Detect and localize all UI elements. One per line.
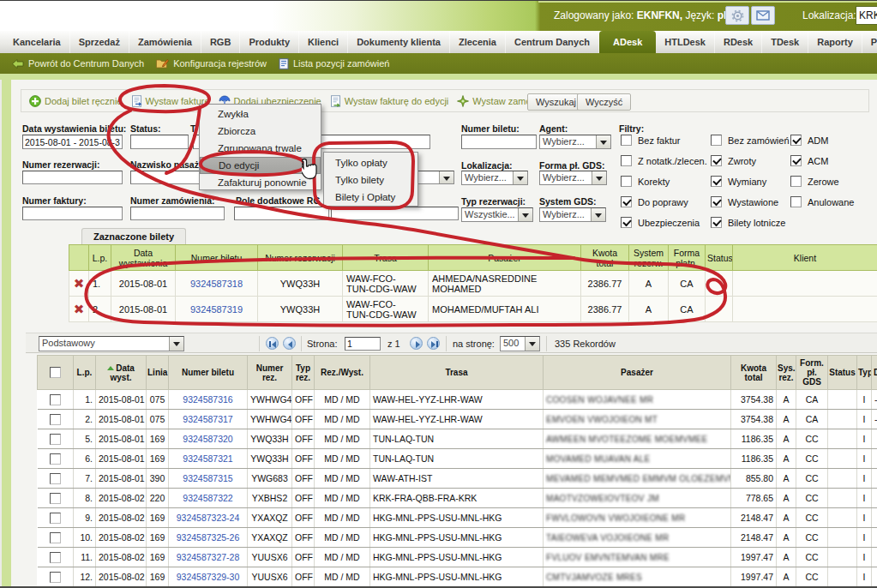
menu-tab[interactable]: Zamówienia	[129, 31, 201, 53]
context-submenu-item[interactable]: Tylko bilety	[324, 171, 417, 189]
menu-tab[interactable]: Dokumenty klienta	[348, 31, 450, 53]
status-input[interactable]	[130, 135, 189, 149]
row-checkbox[interactable]	[50, 453, 61, 465]
filter-checkbox[interactable]	[621, 135, 632, 146]
filter-checkbox[interactable]	[711, 135, 722, 146]
per-page-select[interactable]: 500	[500, 336, 540, 351]
col-date[interactable]: Data wyst.	[96, 356, 147, 390]
gds-system-select[interactable]: Wybierz...	[539, 207, 606, 222]
filter-checkbox[interactable]	[621, 217, 632, 228]
col-amount[interactable]: Kwota total	[731, 356, 777, 390]
selected-tickets-tab[interactable]: Zaznaczone bilety	[81, 228, 186, 244]
additional-field-input-2[interactable]	[331, 207, 459, 220]
order-number-input[interactable]	[130, 207, 225, 220]
ticket-number-link[interactable]: 9324587320	[183, 434, 232, 444]
menu-tab[interactable]: Zlecenia	[450, 31, 506, 53]
filter-checkbox[interactable]	[790, 176, 802, 187]
issue-invoice-for-edit-button[interactable]: Wystaw fakturę do edycji	[330, 95, 449, 107]
add-ticket-manually-button[interactable]: Dodaj bilet ręcznie	[29, 95, 123, 107]
first-page-button[interactable]	[266, 337, 279, 350]
issue-invoice-button[interactable]: Wystaw fakturę	[131, 95, 210, 107]
col-lp[interactable]: L.p.	[89, 245, 111, 271]
view-selector[interactable]: Podstawowy	[39, 336, 184, 351]
filter-checkbox[interactable]	[711, 196, 722, 207]
back-to-data-center[interactable]: Powrót do Centrum Danych	[12, 58, 144, 69]
filter-checkbox[interactable]	[621, 155, 632, 166]
menu-tab[interactable]: TDesk	[762, 31, 808, 53]
prev-page-button[interactable]	[283, 337, 296, 350]
col-typ-rez[interactable]: Typ rez.	[292, 356, 315, 390]
ticket-number-link[interactable]: 9324587319	[190, 304, 243, 315]
menu-tab[interactable]: Raporty	[808, 31, 862, 53]
col-status[interactable]: Status	[828, 356, 857, 390]
last-page-button[interactable]	[427, 337, 440, 350]
settings-button[interactable]	[725, 6, 749, 25]
clear-button[interactable]: Wyczyść	[577, 93, 631, 111]
col-typ[interactable]: Typ	[857, 356, 872, 390]
ticket-number-link[interactable]: 9324587321	[183, 453, 232, 464]
col-line[interactable]: Linia	[147, 356, 169, 390]
order-items-list[interactable]: Lista pozycji zamówień	[279, 58, 390, 69]
row-checkbox[interactable]	[50, 473, 61, 484]
filter-checkbox[interactable]	[711, 217, 722, 228]
menu-tab[interactable]: Pa	[862, 31, 877, 53]
col-d[interactable]: D	[872, 356, 877, 390]
row-checkbox[interactable]	[50, 394, 61, 405]
agent-select[interactable]: Wybierz...	[539, 135, 611, 149]
next-page-button[interactable]	[410, 337, 423, 350]
context-submenu-item[interactable]: Tylko opłaty	[324, 154, 417, 171]
menu-tab[interactable]: Produkty	[240, 31, 299, 53]
filter-checkbox[interactable]	[711, 155, 722, 166]
col-ticket[interactable]: Numer biletu	[176, 245, 258, 271]
col-passenger[interactable]: Pasażer	[544, 356, 731, 390]
ticket-number-link[interactable]: 9324587327-28	[177, 552, 240, 562]
delete-row-icon[interactable]: ✖	[74, 276, 85, 291]
context-menu-item[interactable]: Zwykła	[200, 105, 321, 123]
localization-select[interactable]: Wybierz...	[461, 171, 528, 185]
menu-tab[interactable]: Klienci	[299, 31, 348, 53]
mail-button[interactable]	[751, 6, 775, 25]
ticket-number-link[interactable]: 9324587329-30	[177, 572, 240, 582]
context-submenu-item[interactable]: Bilety i Opłaty	[324, 189, 417, 206]
delete-row-icon[interactable]: ✖	[74, 302, 85, 316]
menu-tab[interactable]: RGB	[201, 31, 240, 53]
col-form[interactable]: Form. pł. GDS	[796, 356, 828, 390]
filter-checkbox[interactable]	[790, 196, 802, 207]
ticket-number-link[interactable]: 9324587322	[183, 493, 232, 503]
ticket-number-link[interactable]: 9324587315	[183, 473, 232, 483]
ticket-number-input[interactable]	[461, 135, 537, 149]
ticket-number-link[interactable]: 9324587316	[183, 394, 232, 405]
context-menu-item[interactable]: Zgrupowana trwale	[200, 140, 321, 157]
location-input[interactable]	[856, 6, 877, 25]
row-checkbox[interactable]	[50, 493, 61, 504]
filter-checkbox[interactable]	[621, 196, 632, 207]
col-rez-wyst[interactable]: Rez./Wyst.	[315, 356, 370, 390]
register-configuration[interactable]: Konfiguracja rejestrów	[156, 58, 267, 69]
row-checkbox[interactable]	[50, 532, 61, 543]
gds-payment-form-select[interactable]: Wybierz...	[539, 171, 607, 185]
filter-checkbox[interactable]	[711, 176, 722, 187]
col-date[interactable]: Data wystawienia	[111, 245, 176, 271]
col-route[interactable]: Trasa	[370, 356, 544, 390]
search-button[interactable]: Wyszukaj	[527, 93, 585, 111]
context-menu-item[interactable]: Zafakturuj ponownie	[200, 174, 321, 191]
col-lp[interactable]: L.p.	[74, 356, 96, 390]
col-system[interactable]: System rezerw.	[629, 245, 669, 271]
col-sys[interactable]: Sys. rez.	[777, 356, 796, 390]
col-payment[interactable]: Forma płatn.	[669, 245, 706, 271]
additional-field-input-1[interactable]	[234, 207, 329, 220]
menu-tab[interactable]: RDesk	[715, 31, 762, 53]
col-route[interactable]: Trasa	[343, 245, 429, 271]
filter-checkbox[interactable]	[621, 176, 632, 187]
menu-tab[interactable]: Sprzedaż	[70, 31, 129, 53]
row-checkbox[interactable]	[50, 414, 61, 425]
reservation-type-select[interactable]: Wszystkie...	[461, 207, 533, 222]
menu-tab[interactable]: Kancelaria	[4, 31, 70, 53]
menu-tab[interactable]: HTLDesk	[656, 31, 715, 53]
filter-checkbox[interactable]	[790, 135, 802, 146]
row-checkbox[interactable]	[50, 513, 61, 524]
col-client[interactable]: Klient	[733, 245, 877, 271]
menu-tab[interactable]: Centrum Danych	[506, 31, 599, 53]
col-amount[interactable]: Kwota total	[581, 245, 629, 271]
context-menu-item[interactable]: Zbiorcza	[200, 123, 321, 140]
